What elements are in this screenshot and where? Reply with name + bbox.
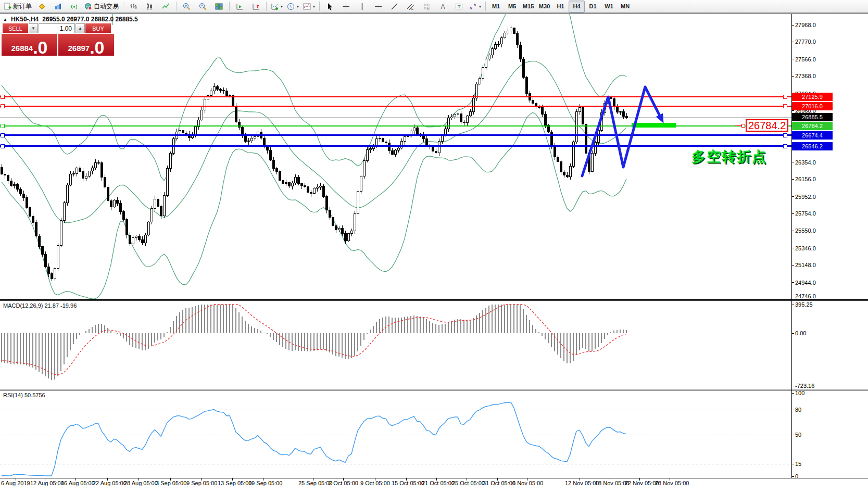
price-level-tag[interactable]: 26784.2	[746, 119, 788, 132]
cursor-button[interactable]	[322, 1, 338, 12]
line-handle[interactable]	[1, 95, 4, 98]
time-tick-label: 13 Sep 05:00	[218, 480, 251, 486]
trendline-button[interactable]	[386, 1, 402, 12]
tf-h4-button[interactable]: H4	[569, 1, 585, 12]
line-handle[interactable]	[1, 104, 4, 108]
toolbar-separator	[123, 2, 123, 11]
macd-tick-label: 0.00	[795, 330, 806, 336]
dropdown-caret[interactable]: ▾	[297, 4, 299, 9]
chart-shift-button[interactable]	[248, 1, 264, 12]
tf-m1-button[interactable]: M1	[488, 1, 504, 12]
price-axis[interactable]: 27968.027770.027566.027368.027164.026960…	[791, 22, 816, 299]
svg-text:T: T	[458, 4, 461, 9]
channel-icon: E	[407, 3, 414, 10]
candlestick-chart-button[interactable]	[142, 1, 158, 12]
new-chart-button[interactable]: ▾	[269, 1, 285, 12]
text-label-button[interactable]: T	[451, 1, 467, 12]
time-tick-label: 6 Aug 2019	[1, 480, 30, 486]
toolbar-separator	[485, 2, 486, 11]
zoom-out-icon	[199, 3, 207, 10]
button-label: H1	[557, 3, 564, 9]
new-order-icon	[4, 3, 11, 10]
new-order-button[interactable]: 新订单	[2, 1, 34, 12]
collapse-icon[interactable]: ▲	[3, 17, 7, 22]
trend-arrow-annotation[interactable]	[582, 87, 661, 176]
rsi-tick-label: 100	[795, 390, 804, 396]
indicators-button[interactable]: ▾	[301, 1, 317, 12]
sell-price-pips: .0	[33, 40, 47, 55]
turning-point-annotation[interactable]: 多空转折点	[691, 147, 767, 166]
dropdown-caret[interactable]: ▾	[479, 4, 481, 9]
volume-decrease-button[interactable]: ▼	[29, 23, 38, 33]
price-tick-label: 27770.0	[795, 39, 816, 45]
axis-price-label: 27125.9	[802, 94, 823, 100]
line-handle[interactable]	[1, 144, 4, 148]
market-watch-button[interactable]	[50, 1, 66, 12]
rsi-indicator-label: RSI(14) 50.5756	[3, 392, 45, 398]
line-handle[interactable]	[1, 133, 4, 137]
button-label: H4	[573, 3, 581, 9]
buy-price-display[interactable]: 26897 .0	[58, 34, 114, 56]
fibonacci-button[interactable]: F	[419, 1, 435, 12]
price-tick-label: 27368.0	[795, 73, 816, 79]
crosshair-button[interactable]	[338, 1, 354, 12]
zoom-out-button[interactable]	[195, 1, 211, 12]
tf-h1-button[interactable]: H1	[552, 1, 569, 12]
price-tick-label: 27968.0	[795, 22, 816, 28]
time-axis[interactable]: 6 Aug 201912 Aug 05:0016 Aug 05:0022 Aug…	[1, 478, 689, 486]
button-label: D1	[589, 3, 597, 9]
button-label: M5	[508, 3, 516, 9]
tile-windows-button[interactable]	[211, 1, 227, 12]
sell-button[interactable]: SELL	[3, 23, 28, 33]
tf-d1-button[interactable]: D1	[585, 1, 601, 12]
svg-text:F: F	[427, 7, 430, 10]
sell-price-main: 26884	[11, 44, 33, 52]
volume-input[interactable]	[39, 23, 75, 33]
tf-w1-button[interactable]: W1	[601, 1, 617, 12]
tf-mn-button[interactable]: MN	[617, 1, 633, 12]
horizontal-line-button[interactable]	[370, 1, 386, 12]
autotrading-button[interactable]: 自动交易	[82, 1, 121, 12]
buy-button[interactable]: BUY	[85, 23, 111, 33]
signals-button[interactable]	[66, 1, 82, 12]
tf-m30-button[interactable]: M30	[536, 1, 552, 12]
price-tick-label: 25550.0	[795, 227, 816, 234]
arrows-icon	[469, 3, 477, 10]
dropdown-caret[interactable]: ▾	[313, 4, 315, 9]
time-tick-label: 6 Nov 05:00	[512, 480, 543, 486]
buy-price-main: 26897	[68, 44, 90, 52]
button-label: MN	[621, 3, 630, 9]
time-tick-label: 9 Sep 05:00	[186, 480, 217, 486]
tile-icon	[215, 3, 223, 10]
support-zone-highlight[interactable]	[632, 123, 676, 128]
equidistant-channel-button[interactable]: E	[402, 1, 419, 12]
autotrading-icon	[84, 3, 92, 10]
time-tick-label: 28 Aug 05:00	[124, 480, 158, 486]
profiles-button[interactable]: ▾	[285, 1, 301, 12]
time-tick-label: 2 Oct 05:00	[329, 480, 358, 486]
line-handle[interactable]	[1, 124, 4, 128]
sell-price-display[interactable]: 26884 .0	[2, 34, 57, 56]
metaeditor-button[interactable]	[34, 1, 50, 12]
toolbar-separator	[319, 2, 320, 11]
chart-shift-icon	[252, 3, 260, 10]
bar-chart-button[interactable]	[125, 1, 142, 12]
auto-scroll-button[interactable]	[232, 1, 248, 12]
tf-m15-button[interactable]: M15	[520, 1, 536, 12]
line-handle[interactable]	[783, 104, 787, 108]
vertical-line-button[interactable]	[354, 1, 370, 12]
line-handle[interactable]	[783, 144, 787, 148]
chart-candle-icon	[146, 3, 154, 10]
line-chart-button[interactable]	[158, 1, 174, 12]
zoom-in-button[interactable]	[179, 1, 195, 12]
text-button[interactable]: A	[435, 1, 451, 12]
tf-m5-button[interactable]: M5	[504, 1, 520, 12]
toolbar-separator	[266, 2, 267, 11]
line-handle[interactable]	[783, 95, 787, 98]
toolbar-separator	[229, 2, 230, 11]
volume-increase-button[interactable]: ▲	[76, 23, 85, 33]
price-tick-label: 25148.0	[795, 262, 816, 268]
line-handle[interactable]	[783, 133, 787, 137]
arrows-button[interactable]: ▾	[467, 1, 483, 12]
dropdown-caret[interactable]: ▾	[281, 4, 283, 9]
